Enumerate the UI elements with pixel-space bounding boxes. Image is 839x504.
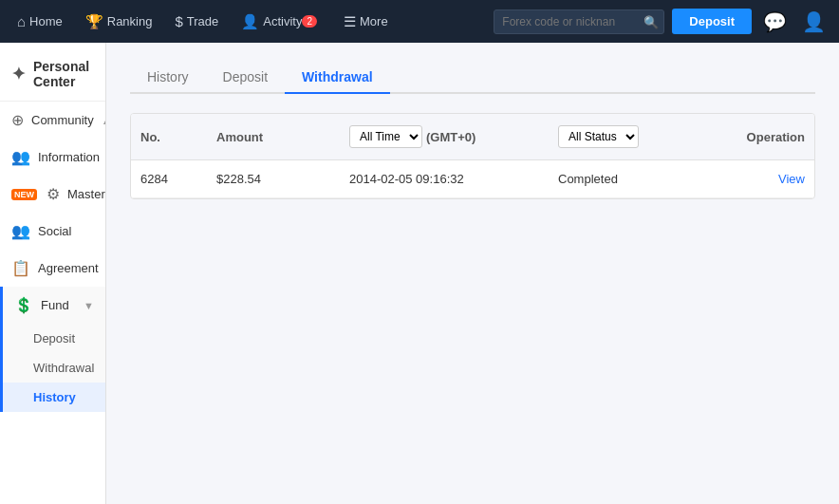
more-icon: ☰ <box>344 13 356 30</box>
col-operation-header: Operation <box>700 114 814 159</box>
col-status-header[interactable]: All Status <box>549 114 700 159</box>
personal-center-icon: ✦ <box>11 64 26 84</box>
chat-icon[interactable]: 💬 <box>759 10 791 33</box>
sidebar-master[interactable]: NEW ⚙ Master <box>0 176 105 213</box>
home-nav-item[interactable]: ⌂ Home <box>9 9 70 33</box>
withdrawal-table: No. Amount All Time (GMT+0) All Status O… <box>130 113 815 199</box>
search-input[interactable] <box>494 9 664 34</box>
information-icon: 👥 <box>11 148 30 166</box>
master-icon: ⚙ <box>47 185 60 203</box>
activity-label: Activity <box>263 14 302 28</box>
agreement-icon: 📋 <box>11 259 30 277</box>
main-layout: ✦ Personal Center ⊕ Community ▲ 👥 Inform… <box>0 43 839 504</box>
sidebar-history-link[interactable]: History <box>3 383 105 412</box>
personal-center-label: Personal Center <box>33 59 94 89</box>
top-navigation: ⌂ Home 🏆 Ranking $ Trade 👤 Activity 2 ☰ … <box>0 0 839 43</box>
tab-withdrawal[interactable]: Withdrawal <box>285 62 390 94</box>
user-avatar[interactable]: 👤 <box>798 10 830 33</box>
table-body: 6284 $228.54 2014-02-05 09:16:32 Complet… <box>131 160 814 198</box>
new-badge: NEW <box>11 189 37 200</box>
social-icon: 👥 <box>11 222 30 240</box>
home-icon: ⌂ <box>17 13 26 29</box>
sidebar-deposit-link[interactable]: Deposit <box>3 324 105 353</box>
sidebar-fund[interactable]: 💲 Fund ▼ <box>3 287 105 324</box>
activity-badge: 2 <box>302 15 317 28</box>
table-row: 6284 $228.54 2014-02-05 09:16:32 Complet… <box>131 160 814 198</box>
ranking-nav-item[interactable]: 🏆 Ranking <box>78 9 160 34</box>
tab-deposit[interactable]: Deposit <box>206 62 285 94</box>
search-bar: 🔍 <box>494 9 664 34</box>
cell-view-link[interactable]: View <box>700 160 814 197</box>
history-tabs: History Deposit Withdrawal <box>130 62 815 94</box>
personal-center-header: ✦ Personal Center <box>0 47 105 102</box>
trade-nav-item[interactable]: $ Trade <box>167 9 226 33</box>
information-label: Information <box>38 150 100 164</box>
ranking-icon: 🏆 <box>85 13 103 30</box>
search-icon[interactable]: 🔍 <box>643 14 659 28</box>
sidebar-social[interactable]: 👥 Social <box>0 213 105 250</box>
community-label: Community <box>31 113 94 127</box>
fund-icon: 💲 <box>14 296 33 314</box>
fund-arrow-icon: ▼ <box>84 300 94 311</box>
sidebar-withdrawal-link[interactable]: Withdrawal <box>3 353 105 383</box>
col-amount-header: Amount <box>207 114 340 159</box>
sidebar-fund-section: 💲 Fund ▼ Deposit Withdrawal History <box>0 287 105 412</box>
table-header: No. Amount All Time (GMT+0) All Status O… <box>131 114 814 160</box>
trade-icon: $ <box>175 13 182 29</box>
sidebar-agreement[interactable]: 📋 Agreement <box>0 250 105 287</box>
cell-datetime: 2014-02-05 09:16:32 <box>340 160 549 197</box>
status-filter-select[interactable]: All Status <box>558 125 639 148</box>
sidebar-information[interactable]: 👥 Information ▲ <box>0 139 105 176</box>
ranking-label: Ranking <box>107 14 153 28</box>
home-label: Home <box>29 14 63 28</box>
more-label: More <box>360 14 388 28</box>
time-filter-select[interactable]: All Time <box>349 125 422 148</box>
activity-nav-item[interactable]: 👤 Activity 2 <box>233 9 328 34</box>
trade-label: Trade <box>187 14 218 28</box>
cell-no: 6284 <box>131 160 207 197</box>
fund-label: Fund <box>41 298 69 312</box>
sidebar-community[interactable]: ⊕ Community ▲ <box>0 102 105 139</box>
col-time-header[interactable]: All Time (GMT+0) <box>340 114 549 159</box>
master-label: Master <box>67 187 105 201</box>
timezone-label: (GMT+0) <box>426 130 475 144</box>
sidebar: ✦ Personal Center ⊕ Community ▲ 👥 Inform… <box>0 43 106 504</box>
activity-icon: 👤 <box>241 13 259 30</box>
cell-status: Completed <box>549 160 700 197</box>
col-no-header: No. <box>131 114 207 159</box>
tab-history[interactable]: History <box>130 62 206 94</box>
deposit-button[interactable]: Deposit <box>672 9 752 34</box>
agreement-label: Agreement <box>38 261 99 275</box>
social-label: Social <box>38 224 71 238</box>
more-nav-item[interactable]: ☰ More <box>336 9 396 34</box>
community-icon: ⊕ <box>11 111 24 129</box>
main-content: History Deposit Withdrawal No. Amount Al… <box>106 43 839 504</box>
cell-amount: $228.54 <box>207 160 340 197</box>
